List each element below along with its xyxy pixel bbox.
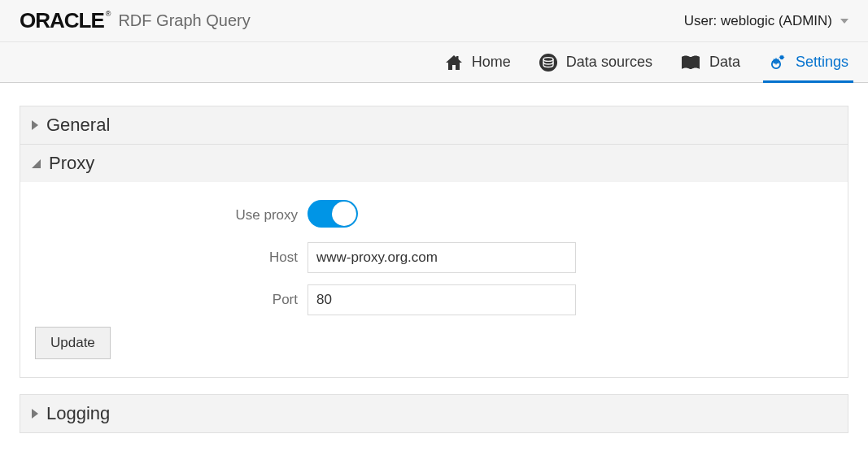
panel-proxy-title: Proxy [49,153,94,174]
nav-home[interactable]: Home [444,42,511,82]
panel-general-header[interactable]: General [20,106,848,144]
panel-proxy-header[interactable]: Proxy [20,145,848,182]
user-menu[interactable]: User: weblogic (ADMIN) [684,13,848,29]
nav-data-sources-label: Data sources [566,54,652,71]
panel-logging: Logging [20,394,848,433]
settings-content: General Proxy Use proxy Host [0,83,868,433]
row-host: Host [35,242,833,273]
row-port: Port [35,284,833,315]
top-bar: ORACLE® RDF Graph Query User: weblogic (… [0,0,868,42]
nav-settings-label: Settings [796,54,848,71]
database-icon [539,53,558,72]
panel-logging-header[interactable]: Logging [20,395,848,432]
app-title: RDF Graph Query [118,11,250,30]
svg-point-1 [539,54,557,72]
chevron-down-icon [840,19,848,24]
gear-icon [768,53,787,72]
chevron-right-icon [32,409,38,419]
home-icon [444,54,464,72]
chevron-expanded-icon [32,159,41,168]
nav-data[interactable]: Data [680,42,740,82]
brand-reg: ® [106,10,111,18]
brand-text: ORACLE [20,8,104,33]
nav-bar: Home Data sources Data Settings [0,42,868,83]
panel-general: General [20,106,848,145]
nav-settings[interactable]: Settings [768,42,848,82]
toggle-knob [332,202,356,226]
brand-logo: ORACLE® [20,8,110,33]
use-proxy-label: Use proxy [35,207,308,223]
port-input[interactable] [308,284,576,315]
panel-proxy-body: Use proxy Host Port [20,182,848,377]
nav-home-label: Home [472,54,511,71]
host-input[interactable] [308,242,576,273]
panel-logging-title: Logging [46,403,110,424]
use-proxy-toggle[interactable] [308,200,358,228]
panel-proxy: Proxy Use proxy Host Port [20,145,848,378]
svg-rect-0 [456,56,459,60]
host-label: Host [35,250,308,266]
update-button[interactable]: Update [35,327,111,359]
svg-rect-3 [690,57,691,69]
book-icon [680,54,701,72]
user-label: User: weblogic (ADMIN) [684,13,832,29]
panel-general-title: General [46,115,110,136]
proxy-actions: Update [35,327,833,359]
nav-data-label: Data [709,54,740,71]
row-use-proxy: Use proxy [35,200,833,231]
chevron-right-icon [32,120,38,130]
port-label: Port [35,292,308,308]
nav-data-sources[interactable]: Data sources [539,42,652,82]
